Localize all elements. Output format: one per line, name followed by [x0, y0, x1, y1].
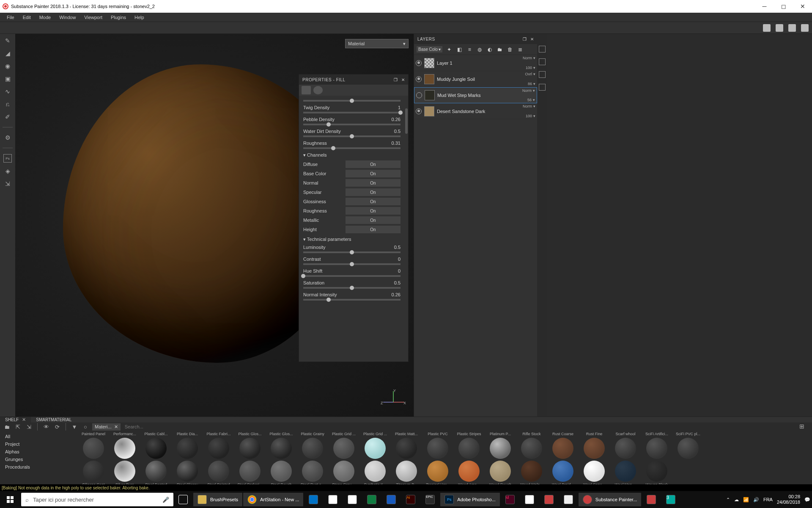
taskbar-ai-icon[interactable]: Ai [401, 491, 420, 508]
picker-tool-icon[interactable]: ✐ [3, 113, 12, 121]
slider-water-dirt-density[interactable]: Water Dirt Density0.5 [303, 129, 406, 137]
menu-help[interactable]: Help [130, 15, 148, 20]
channel-toggle[interactable]: On [346, 226, 401, 233]
material-thumbnail[interactable]: Wood Ame... [455, 461, 483, 488]
slider-contrast[interactable]: Contrast0 [303, 257, 406, 265]
shelf-category[interactable]: Alphas [0, 448, 76, 456]
material-thumbnail[interactable]: Rust Coarse [549, 432, 577, 459]
delete-icon[interactable]: 🗑 [507, 46, 513, 53]
blend-mode[interactable]: Norm [523, 56, 532, 60]
material-thumbnail[interactable]: Plastic Stripes [455, 432, 483, 459]
taskbar-sticky-icon[interactable] [559, 491, 578, 508]
taskbar-app-chrome[interactable]: ArtStation - New ... [243, 493, 303, 506]
material-thumbnail[interactable]: Performanc... [111, 432, 139, 459]
material-thumbnail[interactable]: Synthetic K... [361, 461, 389, 488]
close-button[interactable]: ✕ [793, 0, 812, 13]
technical-section[interactable]: Technical parameters [303, 237, 406, 242]
taskbar-notes-icon[interactable] [520, 491, 539, 508]
side-tab-2-icon[interactable] [539, 58, 546, 65]
taskbar-epic-icon[interactable]: EPIC [420, 491, 440, 508]
shelf-category[interactable]: All [0, 433, 76, 440]
material-thumbnail[interactable]: Steel Glossy [173, 461, 201, 488]
refresh-icon[interactable]: ⟳ [53, 422, 61, 431]
camera-video-icon[interactable] [788, 24, 796, 32]
export-icon[interactable]: ⇲ [3, 179, 12, 188]
material-thumbnail[interactable]: Rifle Stock [518, 432, 546, 459]
channel-toggle[interactable]: On [346, 160, 401, 168]
tray-network-icon[interactable]: 📶 [743, 497, 749, 502]
material-thumbnail[interactable]: Steel Painted [205, 461, 233, 488]
maximize-button[interactable]: ◻ [774, 0, 793, 13]
material-thumbnail[interactable]: Scarf whool [612, 432, 639, 459]
material-thumbnail[interactable]: Tropical Har... [424, 461, 452, 488]
shelf-category[interactable]: Grunges [0, 456, 76, 463]
menu-edit[interactable]: Edit [19, 15, 35, 20]
popout-icon[interactable]: ❐ [394, 77, 398, 82]
material-thumbnail[interactable]: Painted Panel [80, 432, 107, 459]
camera-photo-icon[interactable] [801, 24, 809, 32]
tray-chevron-icon[interactable]: ⌃ [726, 497, 730, 502]
material-thumbnail[interactable]: Platinum P... [486, 432, 514, 459]
import-icon[interactable]: ⇱ [14, 422, 22, 431]
opacity-value[interactable]: 56 [527, 98, 532, 102]
visibility-toggle-icon[interactable] [416, 92, 422, 98]
iray-icon[interactable]: ◈ [3, 167, 12, 175]
slider-roughness[interactable]: Roughness0.31 [303, 141, 406, 149]
cube-icon[interactable] [776, 24, 783, 32]
slider-saturation[interactable]: Saturation0.5 [303, 280, 406, 289]
taskbar-outlook-icon[interactable] [304, 491, 323, 508]
folder-icon[interactable]: 🖿 [497, 46, 503, 53]
chip-close-icon[interactable]: ✕ [114, 424, 118, 430]
slider-pebble-density[interactable]: Pebble Density0.26 [303, 117, 406, 125]
filter-chip[interactable]: Materi...✕ [92, 423, 121, 431]
notification-icon[interactable]: 💬 [804, 497, 810, 502]
folder-icon[interactable]: 🖿 [3, 422, 11, 431]
eraser-tool-icon[interactable]: ◢ [3, 49, 12, 58]
taskbar-calc-icon[interactable]: ⊞ [343, 491, 362, 508]
grid-view-icon[interactable]: ⊞ [799, 423, 807, 431]
material-thumbnail[interactable]: Titanium P... [392, 461, 420, 488]
material-thumbnail[interactable]: Plastic Glos... [267, 432, 295, 459]
material-thumbnail[interactable]: Steel Rust a... [299, 461, 326, 488]
layer-item[interactable]: Layer 1Norm▾100▾ [414, 55, 537, 71]
material-thumbnail[interactable]: Plastic Grid ... [330, 432, 358, 459]
material-thumbnail[interactable]: Plastic Dia... [173, 432, 201, 459]
projection-tool-icon[interactable]: ◉ [3, 62, 12, 70]
material-thumbnail[interactable]: Steel Rough [267, 461, 295, 488]
slider-luminosity[interactable]: Luminosity0.5 [303, 245, 406, 253]
taskbar-3ds-icon[interactable]: 3 [661, 491, 680, 508]
close-panel-icon[interactable]: ✕ [401, 77, 405, 82]
brush-tool-icon[interactable]: ✎ [3, 36, 12, 45]
fill-tool-icon[interactable]: ▣ [3, 75, 12, 83]
visibility-icon[interactable]: 👁 [42, 422, 50, 431]
material-thumbnail[interactable]: Wood Waln... [518, 461, 546, 488]
material-thumbnail[interactable]: Rust Fine [580, 432, 608, 459]
material-thumbnail[interactable]: Plastic PVC [424, 432, 452, 459]
tray-volume-icon[interactable]: 🔊 [753, 497, 759, 502]
visibility-toggle-icon[interactable] [416, 76, 422, 82]
perspective-icon[interactable] [763, 24, 771, 32]
material-thumbnail[interactable]: SciFi PVC pl... [674, 432, 702, 459]
adjust-icon[interactable]: ◐ [486, 46, 493, 53]
menu-file[interactable]: File [3, 15, 19, 20]
close-panel-icon[interactable]: ✕ [530, 37, 534, 41]
visibility-toggle-icon[interactable] [416, 108, 422, 114]
material-thumbnail[interactable]: Wool Braid... [549, 461, 577, 488]
taskbar-sketchup-icon[interactable] [539, 491, 559, 508]
material-thumbnail[interactable]: Stone Grey ... [330, 461, 358, 488]
material-thumbnail[interactable]: Plastic Matt... [392, 432, 420, 459]
opacity-value[interactable]: 100 [526, 66, 532, 70]
menu-mode[interactable]: Mode [35, 15, 55, 20]
channel-toggle[interactable]: On [346, 207, 401, 215]
taskbar-app-photoshop[interactable]: PsAdobe Photosho... [440, 493, 500, 506]
shelf-category[interactable]: Procedurals [0, 463, 76, 471]
slider-top[interactable] [303, 98, 406, 102]
menu-viewport[interactable]: Viewport [80, 15, 107, 20]
opacity-value[interactable]: 100 [526, 114, 532, 118]
slider-hue-shift[interactable]: Hue Shift0 [303, 268, 406, 277]
menu-plugins[interactable]: Plugins [107, 15, 130, 20]
shelf-category[interactable]: Project [0, 440, 76, 448]
taskbar-app-explorer[interactable]: BrushPresets [193, 493, 242, 506]
side-tab-4-icon[interactable] [539, 84, 546, 91]
material-dropdown[interactable]: Material▾ [345, 39, 409, 48]
